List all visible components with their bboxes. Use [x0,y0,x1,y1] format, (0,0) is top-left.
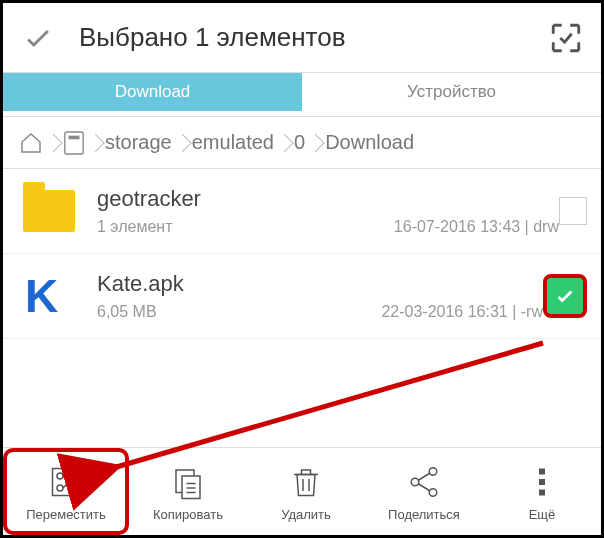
tool-label: Копировать [153,507,223,522]
svg-rect-3 [53,469,80,496]
breadcrumb-home[interactable] [9,131,53,155]
breadcrumb-emulated[interactable]: emulated [182,131,284,154]
folder-icon [21,183,77,239]
svg-rect-0 [65,132,83,154]
svg-rect-12 [539,479,545,485]
selection-title: Выбрано 1 элементов [55,22,549,53]
item-meta: 6,05 MB 22-03-2016 16:31 | -rw [97,303,543,321]
check-icon [554,285,576,307]
trash-icon [288,461,324,503]
app-frame: Выбрано 1 элементов Download Устройство … [0,0,604,538]
svg-rect-13 [539,490,545,496]
tool-label: Ещё [529,507,556,522]
move-button[interactable]: Переместить [3,448,129,535]
item-subtitle: 6,05 MB [97,303,157,321]
tab-bar: Download Устройство [3,73,601,117]
cut-icon [48,461,84,503]
share-icon [406,461,442,503]
more-button[interactable]: Ещё [483,448,601,535]
tab-device[interactable]: Устройство [302,73,601,111]
copy-button[interactable]: Копировать [129,448,247,535]
breadcrumb-storage[interactable]: storage [95,131,182,154]
svg-rect-1 [69,135,80,139]
selection-header: Выбрано 1 элементов [3,3,601,73]
delete-button[interactable]: Удалить [247,448,365,535]
svg-point-9 [429,468,437,476]
svg-point-10 [429,489,437,497]
item-subtitle: 1 элемент [97,218,172,236]
svg-point-5 [57,473,63,479]
tab-download[interactable]: Download [3,73,302,111]
tool-label: Поделиться [388,507,460,522]
svg-point-8 [411,478,419,486]
home-icon [19,131,43,155]
list-item[interactable]: geotracker 1 элемент 16-07-2016 13:43 | … [3,169,601,254]
item-checkbox-selected[interactable] [543,274,587,318]
action-toolbar: Переместить Копировать Удалить Поделитьс… [3,447,601,535]
list-item[interactable]: K Kate.apk 6,05 MB 22-03-2016 16:31 | -r… [3,254,601,339]
select-all-icon[interactable] [549,21,583,55]
svg-text:K: K [25,272,58,320]
cancel-selection-icon[interactable] [21,21,55,55]
breadcrumb-download[interactable]: Download [315,131,424,154]
item-info: geotracker 1 элемент 16-07-2016 13:43 | … [77,186,559,236]
more-vert-icon [524,461,560,503]
breadcrumb: storage emulated 0 Download [3,117,601,169]
tool-label: Переместить [26,507,106,522]
item-name: geotracker [97,186,559,212]
share-button[interactable]: Поделиться [365,448,483,535]
item-checkbox[interactable] [559,197,587,225]
tool-label: Удалить [281,507,331,522]
breadcrumb-0[interactable]: 0 [284,131,315,154]
svg-point-4 [57,485,63,491]
breadcrumb-sd[interactable] [53,130,95,156]
item-date: 22-03-2016 16:31 | -rw [381,303,543,321]
item-date: 16-07-2016 13:43 | drw [394,218,559,236]
apk-icon: K [21,268,77,324]
item-meta: 1 элемент 16-07-2016 13:43 | drw [97,218,559,236]
sdcard-icon [63,130,85,156]
svg-rect-11 [539,469,545,475]
copy-icon [170,461,206,503]
item-name: Kate.apk [97,271,543,297]
item-info: Kate.apk 6,05 MB 22-03-2016 16:31 | -rw [77,271,543,321]
